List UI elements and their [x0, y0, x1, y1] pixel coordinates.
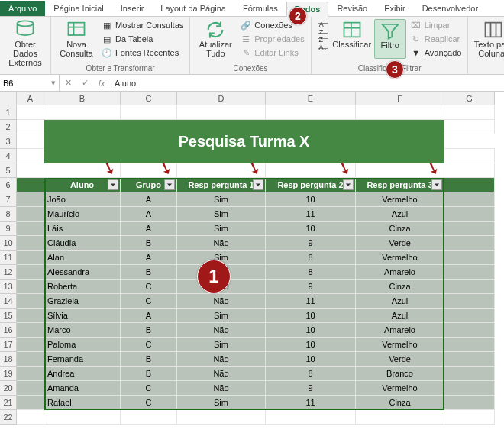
clear-filter-button[interactable]: ⌧Limpar	[409, 19, 464, 31]
cell[interactable]	[17, 207, 44, 221]
table-cell[interactable]: Sim	[177, 207, 266, 221]
table-cell[interactable]: Rafael	[44, 396, 121, 409]
cell[interactable]	[17, 294, 44, 308]
cell[interactable]	[444, 309, 495, 322]
row-header[interactable]: 1	[0, 105, 17, 120]
name-box[interactable]: B6 ▾	[0, 75, 60, 91]
row-header[interactable]: 18	[0, 352, 17, 367]
table-cell[interactable]: Alan	[44, 251, 121, 264]
table-cell[interactable]: Verde	[356, 236, 444, 250]
row-header[interactable]: 12	[0, 265, 17, 280]
tab-insert[interactable]: Inserir	[112, 1, 153, 16]
cell[interactable]	[17, 309, 44, 322]
table-cell[interactable]: A	[121, 222, 177, 235]
table-cell[interactable]: Cláudia	[44, 236, 121, 250]
filter-dropdown-icon[interactable]	[164, 179, 175, 190]
table-cell[interactable]: B	[121, 236, 177, 250]
table-cell[interactable]: Não	[177, 352, 266, 366]
table-cell[interactable]: B	[121, 323, 177, 337]
cell[interactable]	[444, 105, 495, 119]
table-cell[interactable]: Cinza	[356, 280, 444, 293]
table-cell[interactable]: 10	[266, 352, 356, 366]
cell[interactable]	[444, 381, 495, 395]
table-cell[interactable]: B	[121, 352, 177, 366]
cell[interactable]	[17, 134, 44, 148]
cell[interactable]	[444, 251, 495, 264]
cell[interactable]	[17, 222, 44, 235]
table-cell[interactable]: Láis	[44, 222, 121, 235]
table-cell[interactable]: Não	[177, 236, 266, 250]
tab-review[interactable]: Revisão	[328, 1, 376, 16]
from-table-button[interactable]: ▤Da Tabela	[100, 33, 185, 45]
cell[interactable]	[17, 381, 44, 395]
cell[interactable]	[17, 251, 44, 264]
column-header-C[interactable]: C	[121, 92, 177, 105]
table-cell[interactable]: Cinza	[356, 222, 444, 235]
cell[interactable]	[444, 178, 495, 192]
select-all-corner[interactable]	[0, 92, 17, 105]
row-header[interactable]: 22	[0, 410, 17, 425]
tab-formulas[interactable]: Fórmulas	[234, 1, 286, 16]
cell[interactable]	[17, 105, 44, 119]
table-cell[interactable]: 9	[266, 236, 356, 250]
row-header[interactable]: 6	[0, 178, 17, 192]
table-cell[interactable]: Branco	[356, 367, 444, 380]
table-cell[interactable]: 8	[266, 367, 356, 380]
tab-view[interactable]: Exibir	[376, 1, 414, 16]
cell[interactable]	[444, 396, 495, 409]
table-cell[interactable]: Sim	[177, 309, 266, 322]
row-header[interactable]: 15	[0, 309, 17, 323]
fx-button[interactable]: fx	[93, 79, 110, 88]
table-cell[interactable]: Sim	[177, 222, 266, 235]
table-cell[interactable]: A	[121, 251, 177, 264]
table-cell[interactable]: João	[44, 192, 121, 206]
cell[interactable]	[44, 410, 121, 424]
cell[interactable]	[444, 352, 495, 366]
table-cell[interactable]: Verde	[356, 352, 444, 366]
cell[interactable]	[44, 105, 121, 119]
column-header-D[interactable]: D	[177, 92, 266, 105]
cell[interactable]	[17, 410, 44, 424]
filter-dropdown-icon[interactable]	[108, 179, 118, 190]
row-header[interactable]: 8	[0, 207, 17, 222]
table-cell[interactable]: A	[121, 192, 177, 206]
table-cell[interactable]: C	[121, 381, 177, 395]
table-cell[interactable]: Andrea	[44, 367, 121, 380]
table-cell[interactable]: Não	[177, 381, 266, 395]
cell[interactable]	[444, 367, 495, 380]
table-header[interactable]: Resp pergunta 3	[356, 178, 444, 192]
table-cell[interactable]: Paloma	[44, 338, 121, 351]
table-cell[interactable]: Azul	[356, 207, 444, 221]
cell[interactable]	[17, 149, 44, 163]
table-cell[interactable]: Maurício	[44, 207, 121, 221]
table-cell[interactable]: Não	[177, 367, 266, 380]
cell[interactable]	[17, 280, 44, 293]
cell[interactable]	[17, 265, 44, 279]
row-header[interactable]: 5	[0, 163, 17, 178]
cell[interactable]	[444, 338, 495, 351]
table-cell[interactable]: Não	[177, 294, 266, 308]
table-cell[interactable]: Vermelho	[356, 192, 444, 206]
cell[interactable]	[444, 294, 495, 308]
cell[interactable]	[444, 265, 495, 279]
cell[interactable]	[266, 410, 356, 424]
table-cell[interactable]: 10	[266, 309, 356, 322]
column-header-G[interactable]: G	[444, 92, 495, 105]
row-header[interactable]: 10	[0, 236, 17, 251]
table-cell[interactable]: Amanda	[44, 381, 121, 395]
tab-home[interactable]: Página Inicial	[45, 1, 111, 16]
cell[interactable]	[444, 149, 495, 163]
table-cell[interactable]: Sílvia	[44, 309, 121, 322]
cell[interactable]	[17, 367, 44, 380]
table-cell[interactable]: Azul	[356, 294, 444, 308]
table-cell[interactable]: Roberta	[44, 280, 121, 293]
filter-button[interactable]: Filtro	[374, 19, 406, 59]
advanced-filter-button[interactable]: ▼Avançado	[409, 47, 464, 59]
cell[interactable]	[17, 323, 44, 337]
table-cell[interactable]: 11	[266, 207, 356, 221]
cell[interactable]	[444, 323, 495, 337]
cell[interactable]	[17, 236, 44, 250]
table-cell[interactable]: Amarelo	[356, 323, 444, 337]
table-cell[interactable]: 8	[266, 265, 356, 279]
table-cell[interactable]: A	[121, 309, 177, 322]
